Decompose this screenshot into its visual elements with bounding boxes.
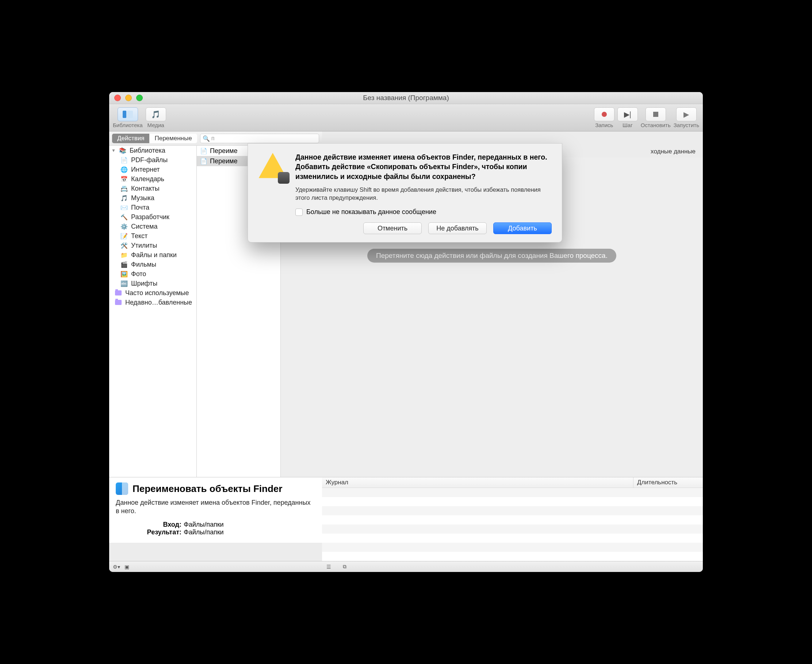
library-icon bbox=[123, 111, 133, 118]
gear-icon: ⚙️ bbox=[120, 223, 128, 231]
folder-icon: 📁 bbox=[120, 251, 128, 259]
media-icon: 🎵 bbox=[151, 110, 160, 119]
search-icon: 🔍 bbox=[203, 135, 210, 142]
globe-icon: 🌐 bbox=[120, 166, 128, 174]
sidebar-item-contacts[interactable]: 📇Контакты bbox=[109, 184, 197, 193]
dialog-checkbox[interactable]: Больше не показывать данное сообщение bbox=[296, 208, 552, 216]
action-detail-pane: Переименовать объекты Finder Данное дейс… bbox=[109, 477, 322, 543]
minimize-window-button[interactable] bbox=[125, 94, 132, 101]
library-sidebar: ▼ 📚 Библиотека 📄PDF-файлы 🌐Интернет 📅Кал… bbox=[109, 146, 197, 477]
log-col-journal[interactable]: Журнал bbox=[322, 477, 633, 488]
dialog-subtext: Удерживайте клавишу Shift во время добав… bbox=[296, 186, 552, 202]
svg-rect-0 bbox=[123, 111, 126, 118]
log-col-duration[interactable]: Длительность bbox=[633, 477, 703, 488]
footer-bar: ⚙︎▾ ▣ ☰ ⧉ bbox=[109, 561, 703, 572]
sidebar-item-mail[interactable]: ✉️Почта bbox=[109, 203, 197, 212]
favorites-folder-icon bbox=[114, 289, 122, 297]
toggle-detail-icon[interactable]: ▣ bbox=[125, 564, 129, 570]
sidebar-item-internet[interactable]: 🌐Интернет bbox=[109, 165, 197, 174]
sidebar-item-fonts[interactable]: 🔤Шрифты bbox=[109, 279, 197, 288]
toolbar: Библиотека 🎵 Медиа Запись ▶| Шаг Останов… bbox=[109, 104, 703, 132]
cancel-button[interactable]: Отменить bbox=[363, 223, 422, 234]
library-tabs: Действия Переменные bbox=[112, 133, 197, 143]
toolbar-step[interactable]: ▶| Шаг bbox=[617, 107, 638, 128]
record-icon bbox=[602, 112, 607, 117]
checkbox-icon[interactable] bbox=[296, 208, 303, 216]
toolbar-record[interactable]: Запись bbox=[594, 107, 614, 128]
tab-variables[interactable]: Переменные bbox=[149, 133, 197, 143]
sidebar-item-movies[interactable]: 🎬Фильмы bbox=[109, 260, 197, 269]
app-window: Без названия (Программа) Библиотека 🎵 Ме… bbox=[109, 92, 703, 572]
sidebar-item-text[interactable]: 📝Текст bbox=[109, 231, 197, 241]
add-button[interactable]: Добавить bbox=[493, 223, 552, 234]
toolbar-run[interactable]: ▶ Запустить bbox=[674, 107, 699, 128]
warning-dialog: Данное действие изменяет имена объектов … bbox=[248, 143, 562, 242]
recent-folder-icon bbox=[114, 298, 122, 306]
search-input[interactable]: 🔍 п bbox=[200, 133, 319, 143]
tab-actions[interactable]: Действия bbox=[112, 133, 149, 143]
stop-icon bbox=[653, 112, 658, 117]
dont-add-button[interactable]: Не добавлять bbox=[428, 223, 487, 234]
automator-badge-icon bbox=[278, 172, 289, 184]
detail-description: Данное действие изменяет имена объектов … bbox=[116, 498, 315, 516]
calendar-icon: 📅 bbox=[120, 175, 128, 183]
text-icon: 📝 bbox=[120, 232, 128, 240]
sidebar-item-system[interactable]: ⚙️Система bbox=[109, 222, 197, 231]
svg-rect-1 bbox=[127, 111, 133, 118]
mail-icon: ✉️ bbox=[120, 203, 128, 212]
view-list-icon[interactable]: ☰ bbox=[326, 564, 331, 570]
finder-icon bbox=[116, 482, 128, 495]
pdf-icon: 📄 bbox=[120, 156, 128, 164]
sidebar-item-utilities[interactable]: 🛠️Утилиты bbox=[109, 241, 197, 250]
sidebar-item-pdf[interactable]: 📄PDF-файлы bbox=[109, 155, 197, 165]
step-icon: ▶| bbox=[624, 110, 631, 119]
log-body bbox=[322, 488, 703, 561]
utilities-icon: 🛠️ bbox=[120, 241, 128, 249]
close-window-button[interactable] bbox=[114, 94, 121, 101]
sidebar-favorites[interactable]: Часто используемые bbox=[109, 288, 197, 298]
music-icon: 🎵 bbox=[120, 194, 128, 202]
sidebar-item-developer[interactable]: 🔨Разработчик bbox=[109, 212, 197, 222]
gear-menu-icon[interactable]: ⚙︎▾ bbox=[113, 564, 120, 570]
toolbar-media[interactable]: 🎵 Медиа bbox=[146, 107, 166, 128]
sidebar-library-root[interactable]: ▼ 📚 Библиотека bbox=[109, 146, 197, 155]
toolbar-stop[interactable]: Остановить bbox=[641, 107, 671, 128]
sidebar-item-music[interactable]: 🎵Музыка bbox=[109, 193, 197, 203]
drop-hint: Перетяните сюда действия или файлы для с… bbox=[367, 249, 616, 263]
play-icon: ▶ bbox=[684, 110, 689, 119]
window-controls bbox=[109, 94, 143, 101]
action-icon: 📄 bbox=[200, 147, 208, 155]
disclosure-icon: ▼ bbox=[111, 148, 116, 153]
view-flow-icon[interactable]: ⧉ bbox=[343, 563, 346, 570]
developer-icon: 🔨 bbox=[120, 213, 128, 221]
titlebar: Без названия (Программа) bbox=[109, 92, 703, 104]
window-title: Без названия (Программа) bbox=[109, 94, 703, 102]
photo-icon: 🖼️ bbox=[120, 270, 128, 278]
sidebar-item-files[interactable]: 📁Файлы и папки bbox=[109, 250, 197, 260]
detail-title: Переименовать объекты Finder bbox=[133, 483, 282, 495]
library-folder-icon: 📚 bbox=[119, 146, 127, 155]
contacts-icon: 📇 bbox=[120, 184, 128, 192]
maximize-window-button[interactable] bbox=[136, 94, 143, 101]
action-icon: 📄 bbox=[200, 157, 208, 165]
font-icon: 🔤 bbox=[120, 279, 128, 288]
log-pane: Журнал Длительность bbox=[322, 477, 703, 561]
dialog-heading: Данное действие изменяет имена объектов … bbox=[296, 152, 552, 181]
toolbar-library[interactable]: Библиотека bbox=[113, 107, 143, 128]
movie-icon: 🎬 bbox=[120, 260, 128, 269]
sidebar-recent[interactable]: Недавно…бавленные bbox=[109, 298, 197, 307]
sidebar-item-photo[interactable]: 🖼️Фото bbox=[109, 269, 197, 279]
sidebar-item-calendar[interactable]: 📅Календарь bbox=[109, 174, 197, 184]
